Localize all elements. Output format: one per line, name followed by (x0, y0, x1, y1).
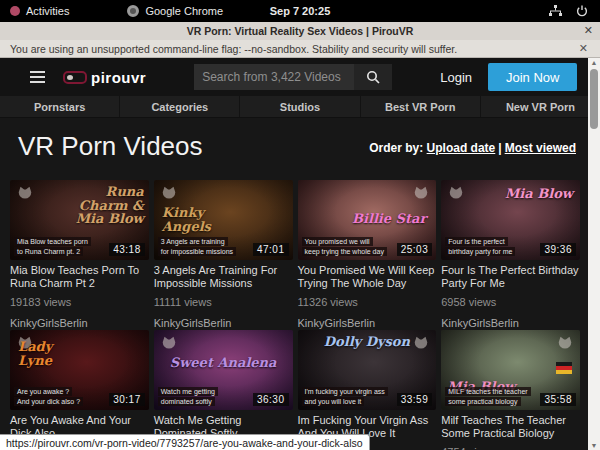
studio-watermark-icon (556, 335, 574, 353)
video-title-link[interactable]: Mia Blow Teaches Porn To Runa Charm Pt 2 (10, 264, 149, 290)
scrollbar-thumb[interactable] (590, 69, 598, 129)
video-grid: Runa Charm & Mia Blow Mia Blow teaches p… (10, 180, 580, 450)
nav-item-new-vr-porn[interactable]: New VR Porn (480, 96, 600, 117)
nav-item-studios[interactable]: Studios (239, 96, 359, 117)
video-thumbnail[interactable]: Kinky Angels 3 Angels are trainingfor im… (154, 180, 293, 260)
video-views: 6958 views (441, 296, 580, 308)
video-thumbnail[interactable]: Mia Blow MILF teaches the teachersome pr… (441, 330, 580, 410)
studio-watermark-icon (447, 185, 465, 203)
order-by-most-viewed-link[interactable]: Most viewed (505, 141, 576, 155)
video-card: Runa Charm & Mia Blow Mia Blow teaches p… (10, 180, 149, 330)
video-card: Kinky Angels 3 Angels are trainingfor im… (154, 180, 293, 330)
system-top-bar: Activities Google Chrome Sep 7 20:25 (0, 0, 600, 22)
thumbnail-caption: You promised we willkeep trying the whol… (302, 237, 387, 256)
video-title-link[interactable]: You Promised We Will Keep Trying The Who… (298, 264, 437, 290)
video-thumbnail[interactable]: Sweet Analena Watch me gettingdominated … (154, 330, 293, 410)
thumbnail-caption: 3 Angels are trainingfor impossible miss… (158, 237, 236, 256)
focused-app-menu[interactable]: Google Chrome (127, 5, 223, 17)
thumbnail-caption: Mia Blow teaches pornto Runa Charm pt. 2 (14, 237, 91, 256)
order-by: Order by: Upload date|Most viewed (369, 141, 576, 155)
video-title-link[interactable]: 3 Angels Are Training For Impossible Mis… (154, 264, 293, 290)
video-thumbnail[interactable]: Dolly Dyson I'm fucking your virgin assa… (298, 330, 437, 410)
studio-watermark-icon (412, 185, 430, 203)
studio-watermark-icon (16, 185, 34, 203)
duration-badge: 25:03 (397, 243, 433, 256)
thumbnail-caption: I'm fucking your virgin assand you will … (302, 387, 388, 406)
window-titlebar[interactable]: VR Porn: Virtual Reality Sex Videos | Pi… (0, 22, 600, 40)
video-views: 19183 views (10, 296, 149, 308)
site-logo[interactable]: pirouvr (63, 69, 146, 86)
window-title: VR Porn: Virtual Reality Sex Videos | Pi… (187, 25, 414, 37)
hamburger-menu-icon[interactable] (30, 68, 45, 86)
duration-badge: 43:18 (109, 243, 145, 256)
video-card: Mia Blow MILF teaches the teachersome pr… (441, 330, 580, 450)
studio-link[interactable]: KinkyGirlsBerlin (298, 317, 437, 329)
thumbnail-overlay-name: Dolly Dyson (298, 335, 437, 349)
warning-close-icon[interactable]: ✕ (579, 42, 588, 55)
studio-watermark-icon (160, 335, 178, 353)
link-status-bubble: https://pirouvr.com/vr-porn-video/779325… (0, 434, 370, 450)
app-name-label: Google Chrome (145, 5, 223, 17)
studio-link[interactable]: KinkyGirlsBerlin (441, 317, 580, 329)
studio-link[interactable]: KinkyGirlsBerlin (154, 317, 293, 329)
scrollbar-down-arrow-icon[interactable]: ▼ (588, 442, 600, 449)
activities-label: Activities (26, 5, 69, 17)
video-thumbnail[interactable]: Lady Lyne Are you awake ?And your dick a… (10, 330, 149, 410)
search-icon (366, 70, 380, 84)
search-input[interactable] (194, 64, 354, 90)
power-icon[interactable] (576, 5, 588, 17)
video-thumbnail[interactable]: Mia Blow Four is the perfectbirthday par… (441, 180, 580, 260)
studio-link[interactable]: KinkyGirlsBerlin (10, 317, 149, 329)
clock[interactable]: Sep 7 20:25 (0, 5, 600, 17)
thumbnail-caption: MILF teaches the teachersome practical b… (445, 387, 530, 406)
thumbnail-overlay-name: Mia Blow (505, 187, 573, 201)
order-by-upload-date-link[interactable]: Upload date (427, 141, 496, 155)
scrollbar-up-arrow-icon[interactable]: ▲ (588, 59, 600, 66)
search-button[interactable] (354, 64, 392, 90)
video-card: Billie Star You promised we willkeep try… (298, 180, 437, 330)
studio-watermark-icon (160, 185, 178, 203)
video-card: Sweet Analena Watch me gettingdominated … (154, 330, 293, 450)
video-views: 11326 views (298, 296, 437, 308)
video-thumbnail[interactable]: Runa Charm & Mia Blow Mia Blow teaches p… (10, 180, 149, 260)
chrome-icon (127, 5, 139, 17)
video-views: 11111 views (154, 296, 293, 308)
thumbnail-overlay-name: Runa Charm & Mia Blow (72, 185, 144, 226)
thumbnail-overlay-name: Kinky Angels (162, 206, 238, 233)
nav-item-best-vr-porn[interactable]: Best VR Porn (360, 96, 480, 117)
video-card: Lady Lyne Are you awake ?And your dick a… (10, 330, 149, 450)
video-card: Dolly Dyson I'm fucking your virgin assa… (298, 330, 437, 450)
page-content: VR Porn Videos Order by: Upload date|Mos… (0, 118, 588, 450)
vr-goggles-icon (63, 71, 87, 84)
page-title: VR Porn Videos (18, 131, 203, 162)
nav-item-categories[interactable]: Categories (119, 96, 239, 117)
thumbnail-overlay-name: Lady Lyne (18, 340, 84, 367)
main-nav: Pornstars Categories Studios Best VR Por… (0, 96, 600, 118)
video-thumbnail[interactable]: Billie Star You promised we willkeep try… (298, 180, 437, 260)
video-title-link[interactable]: Milf Teaches The Teacher Some Practical … (441, 414, 580, 440)
thumbnail-overlay-name: Sweet Analena (154, 356, 293, 370)
duration-badge: 47:01 (253, 243, 289, 256)
window-close-icon[interactable]: ✕ (584, 24, 593, 37)
duration-badge: 30:17 (109, 393, 145, 406)
search-bar (194, 64, 392, 90)
order-by-label: Order by: (369, 141, 423, 155)
duration-badge: 33:59 (397, 393, 433, 406)
network-tree-icon[interactable] (549, 5, 562, 17)
login-link[interactable]: Login (440, 70, 472, 85)
screen: Activities Google Chrome Sep 7 20:25 VR … (0, 0, 600, 450)
duration-badge: 36:30 (253, 393, 289, 406)
chrome-warning-bar: You are using an unsupported command-lin… (0, 40, 600, 58)
thumbnail-caption: Watch me gettingdominated softly (158, 387, 218, 406)
browser-scrollbar[interactable]: ▲ ▼ (588, 58, 600, 450)
recording-indicator-icon (10, 6, 20, 16)
nav-item-pornstars[interactable]: Pornstars (0, 96, 119, 117)
status-url: https://pirouvr.com/vr-porn-video/779325… (6, 437, 363, 449)
activities-button[interactable]: Activities (10, 5, 69, 17)
join-now-button[interactable]: Join Now (488, 63, 577, 91)
video-title-link[interactable]: Four Is The Perfect Birthday Party For M… (441, 264, 580, 290)
video-views: 4754 views (441, 446, 580, 450)
thumbnail-caption: Four is the perfectbirthday party for me (445, 237, 515, 256)
site-header: pirouvr Login Join Now (0, 58, 588, 96)
duration-badge: 35:58 (540, 393, 576, 406)
